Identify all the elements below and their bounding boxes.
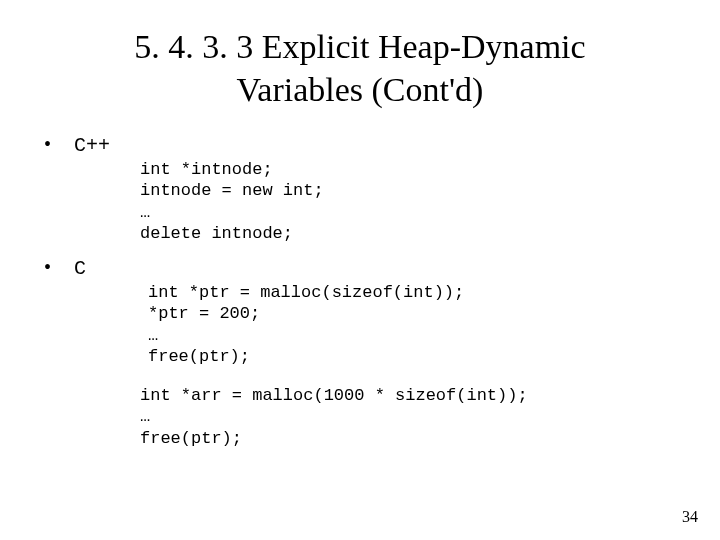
slide-title: 5. 4. 3. 3 Explicit Heap-Dynamic Variabl…	[0, 0, 720, 111]
bullet-label-c: C	[74, 257, 86, 280]
bullet-marker: •	[40, 256, 74, 279]
code-c-block-1: int *ptr = malloc(sizeof(int)); *ptr = 2…	[148, 282, 680, 367]
bullet-marker: •	[40, 133, 74, 156]
bullet-cpp: • C++	[40, 133, 680, 157]
title-line-2: Variables (Cont'd)	[237, 71, 484, 108]
code-c-block-2: int *arr = malloc(1000 * sizeof(int)); ……	[140, 385, 680, 449]
bullet-label-cpp: C++	[74, 134, 110, 157]
title-line-1: 5. 4. 3. 3 Explicit Heap-Dynamic	[134, 28, 585, 65]
code-cpp: int *intnode; intnode = new int; … delet…	[140, 159, 680, 244]
page-number: 34	[682, 508, 698, 526]
slide-body: • C++ int *intnode; intnode = new int; ……	[0, 111, 720, 449]
slide: 5. 4. 3. 3 Explicit Heap-Dynamic Variabl…	[0, 0, 720, 540]
bullet-c: • C	[40, 256, 680, 280]
